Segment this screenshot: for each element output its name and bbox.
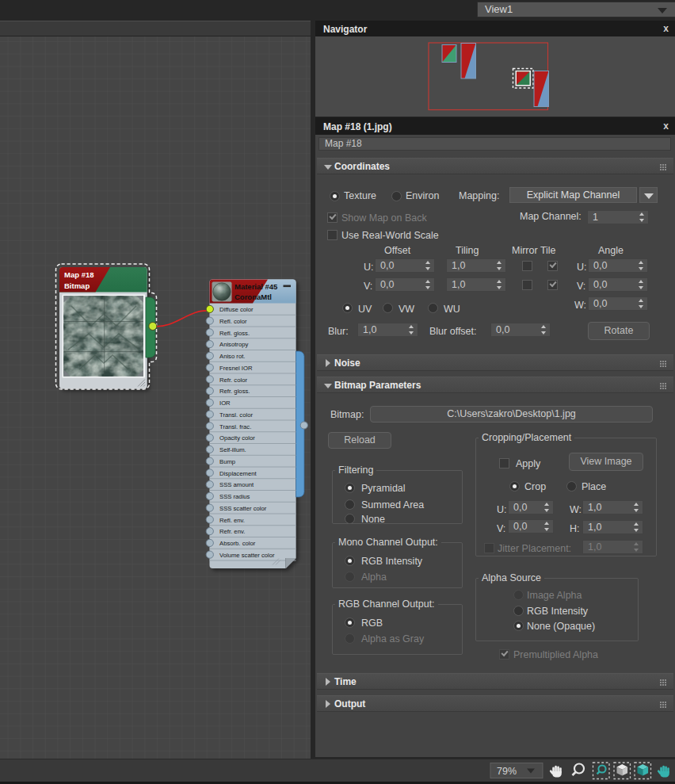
svg-text:CoronaMtl: CoronaMtl: [235, 293, 272, 301]
svg-text:SSS amount: SSS amount: [219, 481, 254, 488]
svg-text:Refr. env.: Refr. env.: [219, 528, 245, 535]
svg-text:Refl. env.: Refl. env.: [219, 517, 245, 524]
svg-text:Displacement: Displacement: [219, 470, 257, 477]
svg-text:SSS radius: SSS radius: [219, 493, 250, 500]
svg-text:Fresnel IOR: Fresnel IOR: [219, 365, 253, 372]
svg-text:Volume scatter color: Volume scatter color: [219, 552, 275, 559]
svg-text:Aniso rot.: Aniso rot.: [219, 353, 245, 360]
svg-text:Self-illum.: Self-illum.: [219, 446, 246, 453]
svg-text:79%: 79%: [497, 766, 517, 777]
svg-text:Refl. gloss.: Refl. gloss.: [219, 330, 250, 337]
svg-text:Opacity color: Opacity color: [219, 434, 255, 442]
svg-text:Transl. color: Transl. color: [219, 411, 253, 419]
svg-text:Refr. color: Refr. color: [219, 377, 247, 384]
svg-text:Material #45: Material #45: [235, 282, 278, 291]
svg-text:Refl. color: Refl. color: [219, 318, 247, 325]
svg-text:Diffuse color: Diffuse color: [219, 306, 254, 313]
svg-text:Map #18: Map #18: [64, 270, 94, 279]
svg-text:Refr. gloss.: Refr. gloss.: [219, 388, 250, 395]
svg-text:IOR: IOR: [219, 400, 231, 407]
svg-text:Bitmap: Bitmap: [64, 281, 90, 290]
svg-text:Absorb. color: Absorb. color: [219, 540, 256, 547]
svg-text:Bump: Bump: [219, 458, 235, 465]
svg-text:Transl. frac.: Transl. frac.: [219, 423, 251, 430]
svg-text:Anisotropy: Anisotropy: [219, 341, 248, 348]
svg-text:SSS scatter color: SSS scatter color: [219, 505, 267, 512]
